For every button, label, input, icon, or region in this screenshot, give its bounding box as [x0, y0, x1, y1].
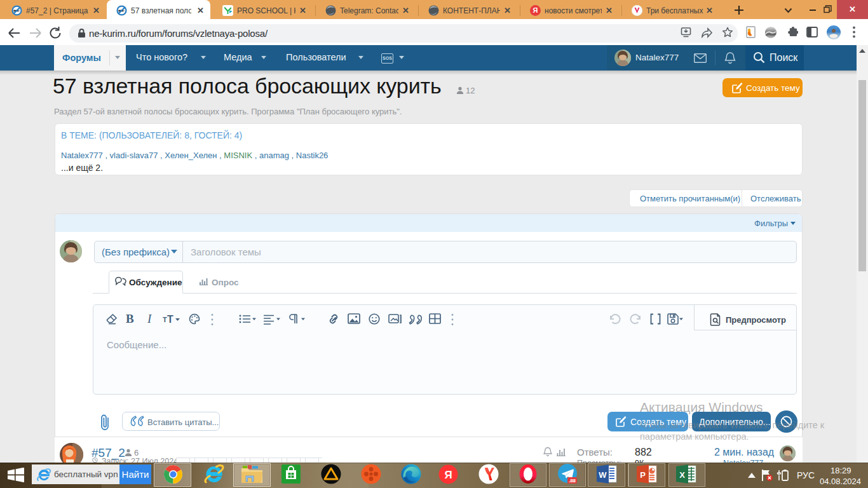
- svg-text:Я: Я: [444, 469, 452, 481]
- svg-text:B: B: [126, 313, 134, 325]
- svg-text:.88: .88: [569, 478, 576, 484]
- svg-text:T: T: [163, 316, 167, 323]
- svg-text:I: I: [147, 313, 153, 325]
- svg-text:W: W: [599, 470, 607, 480]
- svg-text:P: P: [640, 470, 646, 480]
- svg-text:T: T: [167, 314, 173, 325]
- svg-text:X: X: [679, 470, 685, 480]
